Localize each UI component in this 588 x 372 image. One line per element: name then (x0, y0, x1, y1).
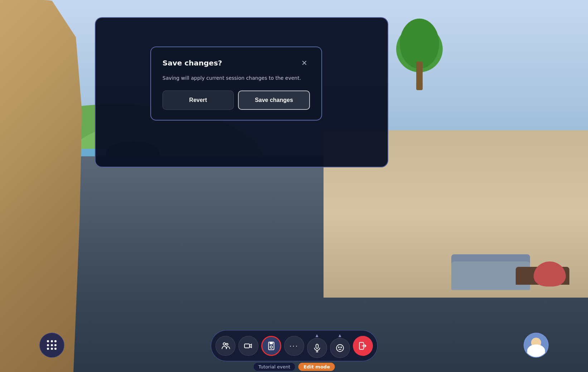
save-changes-button[interactable]: Save changes (238, 90, 310, 110)
more-dots-icon: ··· (290, 342, 299, 350)
save-icon (267, 341, 276, 351)
dot (51, 340, 53, 342)
leave-icon (358, 341, 368, 351)
emoji-icon (335, 343, 345, 353)
leave-button[interactable] (353, 336, 373, 356)
svg-rect-2 (244, 344, 249, 348)
dialog-description: Saving will apply current session change… (162, 74, 310, 82)
people-button[interactable] (215, 336, 235, 356)
svg-rect-4 (269, 342, 273, 344)
dialog-header: Save changes? ✕ (162, 57, 310, 69)
close-button[interactable]: ✕ (298, 57, 310, 69)
emoji-chevron-icon: ▲ (339, 333, 341, 337)
emoji-button[interactable] (330, 338, 350, 358)
toolbar-container: ··· ▲ ▲ (211, 330, 378, 361)
dialog-title: Save changes? (162, 59, 222, 67)
event-label: Tutorial event (253, 362, 296, 371)
mic-button[interactable] (307, 338, 327, 358)
tree-trunk (416, 62, 423, 90)
svg-point-9 (336, 344, 344, 352)
dot (54, 344, 57, 346)
avatar-body (527, 344, 545, 357)
tree (398, 19, 441, 90)
revert-button[interactable]: Revert (162, 90, 234, 110)
svg-point-11 (341, 347, 341, 348)
svg-point-10 (338, 347, 339, 348)
dot (54, 348, 57, 350)
dot (51, 348, 53, 350)
svg-rect-6 (316, 344, 318, 348)
toolbar-labels: Tutorial event Edit mode (253, 362, 335, 371)
tree-foliage-inner (400, 19, 439, 69)
dot (51, 344, 53, 346)
dialog-buttons: Revert Save changes (162, 90, 310, 110)
avatar-button[interactable] (524, 333, 549, 358)
furniture-group (451, 247, 559, 290)
people-icon (221, 341, 230, 351)
edit-mode-label: Edit mode (298, 363, 335, 371)
video-icon (244, 341, 253, 351)
svg-point-0 (223, 343, 225, 345)
more-button[interactable]: ··· (284, 336, 304, 356)
dot (47, 348, 49, 350)
mic-chevron-icon: ▲ (316, 333, 319, 337)
mic-group: ▲ (307, 333, 327, 358)
svg-point-1 (226, 343, 228, 345)
left-nav-button[interactable] (39, 333, 64, 358)
save-dialog: Save changes? ✕ Saving will apply curren… (150, 46, 322, 121)
save-record-button[interactable] (261, 336, 281, 356)
bottom-toolbar: ··· ▲ ▲ (211, 330, 378, 361)
video-button[interactable] (238, 336, 258, 356)
emoji-group: ▲ (330, 333, 350, 358)
dot (47, 344, 49, 346)
mic-icon (312, 343, 322, 353)
dot (47, 340, 49, 342)
grid-icon (47, 340, 57, 350)
svg-point-5 (270, 346, 272, 348)
dot (54, 340, 57, 342)
